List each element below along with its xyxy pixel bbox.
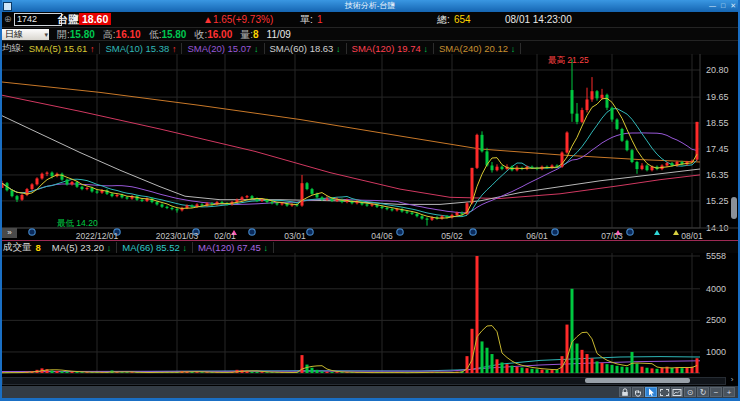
svg-text:03/01: 03/01 [284,231,306,240]
total-volume-label: 總: [437,13,450,26]
close-button[interactable]: ✕ [730,0,736,12]
close-value: 16.00 [207,29,232,40]
svg-text:最低 14.20: 最低 14.20 [57,218,98,228]
single-volume-value: 1 [317,13,323,26]
pan-hand-icon[interactable] [632,387,644,397]
minimize-button[interactable]: — [709,0,716,12]
svg-text:20.80: 20.80 [706,65,729,75]
main-price-chart[interactable]: 20.8019.6518.5517.4516.3515.2514.10最高 21… [0,54,740,240]
zoom-out-button[interactable]: − [710,387,722,397]
down-arrow-icon: ↓ [511,44,516,54]
ohlc-toolbar: 日線 ▾ 開:15.80 高:16.10 低:15.80 收:16.00 量:8… [0,27,740,41]
stock-name: 台鹽 [57,13,79,26]
quote-datetime: 08/01 14:23:00 [505,13,572,26]
svg-text:1000: 1000 [706,347,726,357]
volume-legend-value: 8 [36,242,41,253]
volume-value: 8 [253,29,259,40]
sma240-legend: SMA(240) 20.12 ↓ [434,43,521,54]
svg-text:02/01: 02/01 [214,231,236,240]
quote-toolbar: ⊕ 1742 台鹽 18.60 ▲1.65(+9.73%) 單: 1 總: 65… [0,12,740,27]
svg-text:5558: 5558 [706,253,726,261]
sma120-legend: SMA(120) 19.74 ↓ [347,43,434,54]
period-select[interactable]: 日線 ▾ [2,29,49,40]
down-arrow-icon: ↓ [254,44,259,54]
total-volume-value: 654 [454,13,471,26]
scrollbar-thumb[interactable] [585,378,690,383]
circle-view-icon[interactable]: ⊙ [684,387,696,397]
scroll-right-arrow[interactable]: › [727,376,737,384]
svg-text:05/02: 05/02 [441,231,463,240]
selection-box-icon[interactable] [658,387,670,397]
down-arrow-icon: ↓ [182,243,187,253]
svg-text:17.45: 17.45 [706,144,729,154]
volma5-legend: MA(5) 23.20 ↓ [47,242,117,253]
svg-text:2500: 2500 [706,315,726,325]
down-arrow-icon: ↓ [107,243,112,253]
down-arrow-icon: ↓ [263,243,268,253]
sma10-legend: SMA(10) 15.38 ↑ [100,43,182,54]
close-label: 收: [194,29,207,40]
open-label: 開: [57,29,70,40]
down-arrow-icon: ↓ [336,44,341,54]
svg-text:06/01: 06/01 [526,231,548,240]
low-label: 低: [149,29,162,40]
up-arrow-icon: ↑ [90,44,95,54]
bar-date: 11/09 [267,29,291,40]
low-value: 15.80 [161,29,186,40]
sma-legend: 均線: SMA(5) 15.61 ↑ SMA(10) 15.38 ↑ SMA(2… [0,40,740,55]
svg-text:2022/12/01: 2022/12/01 [76,231,119,240]
down-arrow-icon: ↓ [423,44,428,54]
sma20-legend: SMA(20) 15.07 ↓ [182,43,264,54]
right-panel-handle[interactable] [731,197,737,219]
refresh-icon[interactable]: ↻ [697,387,709,397]
stock-search-icon[interactable]: ⊕ [4,13,12,26]
price-change: ▲1.65(+9.73%) [203,13,273,26]
app-window: 技術分析-台鹽 — □ ✕ ⊕ 1742 台鹽 18.60 ▲1.65(+9.7… [0,0,740,401]
bottom-toolbar: ⊙ ↻ − + [0,386,740,398]
title-bar: 技術分析-台鹽 — □ ✕ [0,0,740,12]
maximize-button[interactable]: □ [721,0,725,12]
svg-text:16.35: 16.35 [706,170,729,180]
high-value: 16.10 [116,29,141,40]
sma-legend-label: 均線: [2,42,24,55]
up-arrow-icon: ↑ [172,44,177,54]
svg-text:07/03: 07/03 [601,231,623,240]
chart-scrollbar: › [0,376,740,385]
volume-chart[interactable]: 5558400025001000 [0,253,740,386]
last-price-badge: 18.60 [79,13,111,25]
svg-text:15.25: 15.25 [706,196,729,206]
sma60-legend: SMA(60) 18.63 ↓ [265,43,347,54]
svg-text:18.55: 18.55 [706,118,729,128]
svg-text:04/06: 04/06 [371,231,393,240]
svg-text:08/01: 08/01 [681,231,703,240]
lock-icon[interactable] [619,387,631,397]
svg-text:19.65: 19.65 [706,92,729,102]
open-value: 15.80 [70,29,95,40]
chevron-down-icon: ▾ [44,29,48,40]
window-title: 技術分析-台鹽 [0,0,740,12]
svg-text:4000: 4000 [706,284,726,294]
sma5-legend: SMA(5) 15.61 ↑ [24,43,101,54]
pointer-icon[interactable] [645,387,657,397]
single-volume-label: 單: [300,13,313,26]
region-chart-icon[interactable] [671,387,683,397]
volume-legend: 成交量 8 MA(5) 23.20 ↓ MA(66) 85.52 ↓ MA(12… [0,241,740,253]
high-label: 高: [103,29,116,40]
collapse-panel-button[interactable]: » [2,228,17,238]
volma66-legend: MA(66) 85.52 ↓ [117,242,193,253]
volma120-legend: MA(120) 67.45 ↓ [193,242,274,253]
svg-text:2023/01/03: 2023/01/03 [156,231,199,240]
svg-text:最高 21.25: 最高 21.25 [548,55,589,65]
volume-label: 量: [240,29,253,40]
zoom-in-button[interactable]: + [723,387,735,397]
stock-code-input[interactable]: 1742 [14,13,62,26]
volume-legend-label: 成交量 [3,241,32,254]
